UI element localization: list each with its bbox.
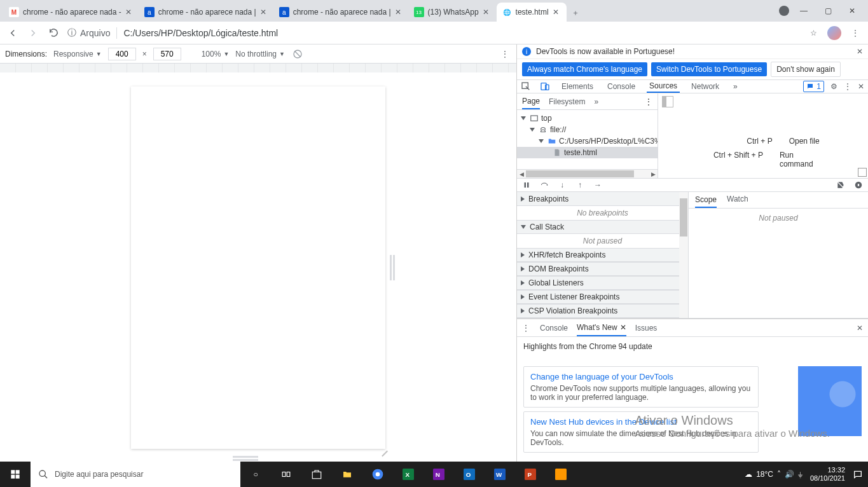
browser-tab[interactable]: 13 (13) WhatsApp ✕ — [409, 3, 497, 22]
rotate-icon[interactable] — [291, 48, 304, 60]
device-toggle-icon[interactable] — [540, 81, 550, 92]
pause-exceptions-icon[interactable] — [854, 181, 863, 189]
address-field[interactable]: ⓘArquivo C:/Users/HP/Desktop/Lógica/test… — [67, 24, 799, 42]
cortana-icon[interactable]: ○ — [240, 462, 271, 487]
chrome-icon[interactable] — [362, 462, 393, 487]
whatsnew-card[interactable]: Change the language of your DevTools Chr… — [523, 366, 759, 408]
minimize-button[interactable]: ― — [794, 1, 813, 20]
issues-badge[interactable]: 1 — [803, 81, 824, 92]
close-icon[interactable]: ✕ — [857, 324, 863, 333]
forward-button[interactable] — [27, 27, 39, 39]
acc-global[interactable]: Global Listeners — [517, 276, 688, 290]
acc-breakpoints[interactable]: Breakpoints — [517, 192, 688, 206]
acc-dom[interactable]: DOM Breakpoints — [517, 262, 688, 276]
more-icon[interactable]: ⋮ — [645, 97, 652, 106]
start-button[interactable] — [0, 462, 31, 487]
resize-handle-bottom[interactable] — [233, 456, 258, 458]
close-icon[interactable]: ✕ — [395, 8, 404, 17]
task-view-icon[interactable] — [271, 462, 301, 487]
dont-show-button[interactable]: Don't show again — [771, 62, 841, 77]
clock[interactable]: 13:32 08/10/2021 — [806, 466, 849, 483]
pause-icon[interactable] — [522, 181, 531, 189]
step-over-icon[interactable] — [540, 181, 549, 189]
back-button[interactable] — [6, 27, 19, 39]
match-language-button[interactable]: Always match Chrome's language — [522, 62, 647, 76]
acc-event[interactable]: Event Listener Breakpoints — [517, 290, 688, 304]
acc-csp[interactable]: CSP Violation Breakpoints — [517, 304, 688, 318]
tab-issues[interactable]: Issues — [635, 324, 658, 333]
tab-scope[interactable]: Scope — [695, 195, 717, 208]
outlook-icon[interactable]: O — [454, 462, 485, 487]
h-scrollbar[interactable]: ◀▶ — [517, 169, 658, 178]
bookmark-icon[interactable]: ☆ — [807, 27, 820, 39]
account-icon[interactable] — [779, 6, 789, 16]
store-icon[interactable] — [301, 462, 332, 487]
close-icon[interactable]: ✕ — [260, 8, 269, 17]
close-icon[interactable]: ✕ — [553, 8, 561, 17]
switch-language-button[interactable]: Switch DevTools to Portuguese — [651, 62, 767, 76]
step-out-icon[interactable]: ↑ — [575, 181, 584, 189]
weather-icon[interactable]: ☁ — [745, 470, 752, 479]
excel-icon[interactable]: X — [393, 462, 424, 487]
tab-whats-new[interactable]: What's New✕ — [577, 323, 626, 336]
reload-button[interactable] — [47, 27, 60, 39]
close-icon[interactable]: ✕ — [857, 47, 863, 56]
throttling-select[interactable]: No throttling▼ — [235, 50, 285, 58]
close-icon[interactable]: ✕ — [125, 8, 134, 17]
more-icon[interactable]: ⋮ — [844, 82, 851, 91]
dropdown-icon[interactable] — [858, 168, 867, 177]
step-into-icon[interactable]: ↓ — [558, 181, 567, 189]
taskbar-search[interactable]: Digite aqui para pesquisar — [31, 462, 240, 487]
browser-tab[interactable]: M chrome - não aparece nada - ✕ — [4, 3, 139, 22]
word-icon[interactable]: W — [485, 462, 515, 487]
toggle-navigator-icon[interactable] — [662, 96, 673, 107]
tree-file[interactable]: teste.html — [517, 147, 658, 158]
tab-elements[interactable]: Elements — [559, 80, 596, 93]
resize-handle-right[interactable] — [390, 255, 392, 280]
volume-icon[interactable]: 🔊 — [785, 470, 794, 479]
tab-console[interactable]: Console — [540, 324, 568, 333]
deactivate-breakpoints-icon[interactable] — [836, 181, 845, 189]
tree-origin[interactable]: file:// — [517, 124, 658, 135]
menu-icon[interactable]: ⋮ — [849, 27, 862, 39]
browser-tab[interactable]: a chrome - não aparece nada | ✕ — [139, 3, 274, 22]
tab-watch[interactable]: Watch — [727, 195, 748, 206]
tab-filesystem[interactable]: Filesystem — [549, 97, 585, 106]
more-icon[interactable]: ⋮ — [522, 324, 531, 333]
acc-xhr[interactable]: XHR/fetch Breakpoints — [517, 248, 688, 262]
powerpoint-icon[interactable]: P — [515, 462, 546, 487]
tab-console[interactable]: Console — [605, 80, 638, 93]
card-title[interactable]: Change the language of your DevTools — [530, 372, 752, 381]
close-icon[interactable]: ✕ — [483, 8, 492, 17]
close-icon[interactable]: ✕ — [858, 82, 864, 91]
tray-chevron-icon[interactable]: ˄ — [777, 470, 781, 479]
new-tab-button[interactable]: ＋ — [567, 4, 584, 22]
more-icon[interactable]: ⋮ — [499, 48, 511, 60]
notifications-icon[interactable] — [853, 469, 863, 479]
v-scrollbar[interactable] — [679, 192, 688, 318]
acc-callstack[interactable]: Call Stack — [517, 220, 688, 234]
width-input[interactable] — [108, 48, 136, 60]
tab-page[interactable]: Page — [522, 97, 540, 109]
profile-avatar[interactable] — [827, 26, 841, 40]
browser-tab[interactable]: a chrome - não aparece nada | ✕ — [274, 3, 409, 22]
tab-sources[interactable]: Sources — [647, 80, 680, 93]
browser-tab-active[interactable]: 🌐 teste.html ✕ — [497, 3, 567, 22]
resize-handle-corner[interactable] — [379, 442, 388, 451]
card-title[interactable]: New Nest Hub devices in the Device list — [530, 417, 752, 427]
zoom-select[interactable]: 100%▼ — [202, 50, 230, 58]
tree-folder[interactable]: C:/Users/HP/Desktop/L%C3%B — [517, 135, 658, 147]
step-icon[interactable]: → — [593, 181, 602, 189]
explorer-icon[interactable] — [332, 462, 362, 487]
height-input[interactable] — [153, 48, 181, 60]
whatsnew-card[interactable]: New Nest Hub devices in the Device list … — [523, 411, 759, 453]
gear-icon[interactable]: ⚙ — [830, 82, 837, 91]
more-tabs-icon[interactable]: » — [594, 97, 598, 106]
sublime-icon[interactable] — [546, 462, 576, 487]
tree-top[interactable]: top — [517, 113, 658, 124]
inspect-icon[interactable] — [521, 81, 531, 92]
device-frame[interactable] — [131, 86, 385, 449]
close-window-button[interactable]: ✕ — [843, 1, 862, 20]
more-tabs-icon[interactable]: » — [731, 80, 740, 93]
close-icon[interactable]: ✕ — [620, 323, 626, 332]
